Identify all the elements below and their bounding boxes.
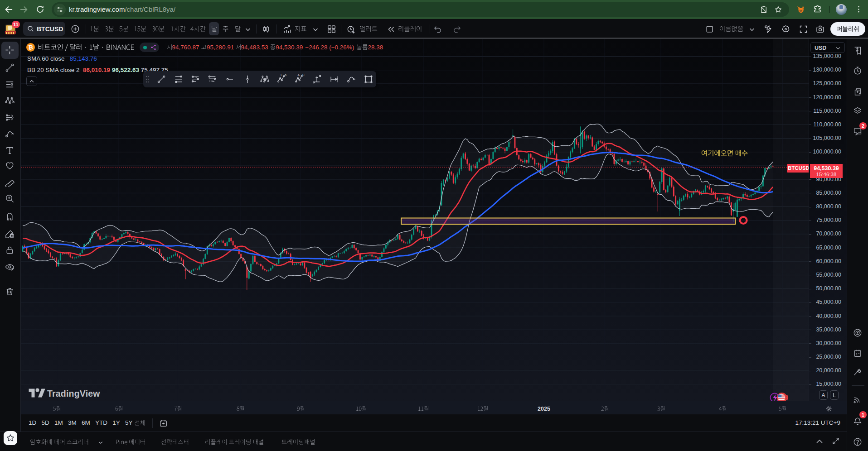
svg-text:95,280.91: 95,280.91 (207, 44, 234, 51)
svg-text:94,483.53: 94,483.53 (241, 44, 268, 51)
svg-text:C: C (302, 74, 305, 77)
svg-text:1: 1 (280, 74, 282, 77)
svg-text:TradingView: TradingView (47, 389, 100, 398)
svg-text:5: 5 (285, 74, 286, 77)
svg-text:−246.28 (−0.26%): −246.28 (−0.26%) (305, 44, 354, 51)
svg-text:A: A (297, 74, 300, 77)
svg-text:28.38: 28.38 (368, 44, 383, 51)
svg-text:94,530.39: 94,530.39 (276, 44, 303, 51)
svg-text:94,760.87: 94,760.87 (172, 44, 199, 51)
